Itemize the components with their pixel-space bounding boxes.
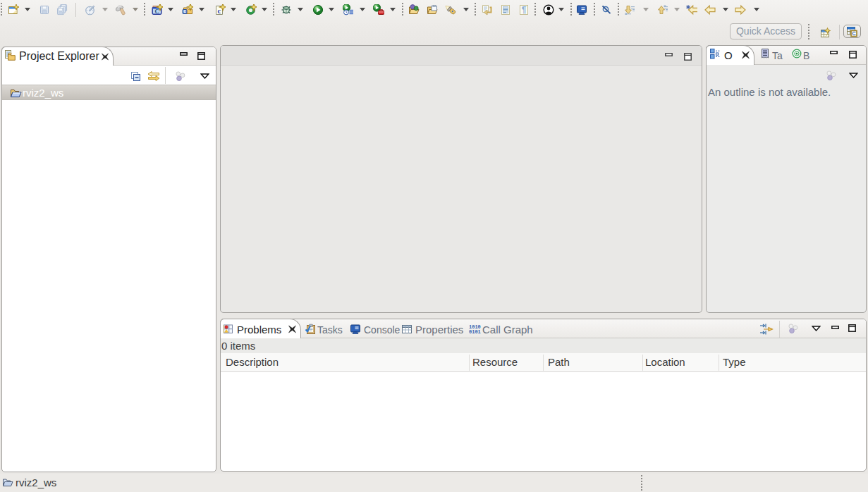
svg-text:C: C (852, 30, 856, 37)
svg-text:¶: ¶ (522, 5, 527, 15)
svg-text:c: c (183, 8, 186, 13)
svg-text:0101: 0101 (469, 329, 481, 335)
svg-text:C: C (154, 8, 159, 15)
